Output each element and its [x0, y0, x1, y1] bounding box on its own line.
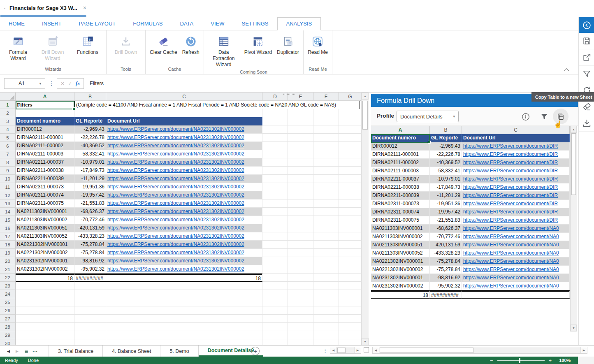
- document-number-cell[interactable]: DIRNA02111-000003: [16, 150, 74, 158]
- scrollbar-divider[interactable]: [364, 347, 369, 352]
- cell[interactable]: [288, 249, 313, 257]
- cell[interactable]: [262, 241, 288, 249]
- cell[interactable]: [339, 265, 361, 274]
- ribbon-button-drill-down-wizard[interactable]: Drill Down Wizard: [35, 35, 71, 63]
- cell[interactable]: [288, 208, 313, 216]
- row-header-15[interactable]: 15: [0, 216, 16, 224]
- grid-horizontal-scrollbar[interactable]: ◀ ▶: [330, 347, 361, 354]
- gl-amount-cell[interactable]: -17,849.73: [74, 167, 106, 175]
- document-url-link[interactable]: https://www.ERPServer.com/document/NA023…: [106, 183, 262, 191]
- cell[interactable]: [339, 150, 361, 158]
- gl-amount-cell[interactable]: -17,849.73: [430, 183, 462, 192]
- document-url-link[interactable]: https://www.ERPServer.com/document/NA023…: [106, 175, 262, 183]
- sheet-tab-5-demo[interactable]: 5. Demo: [160, 345, 198, 357]
- document-url-link[interactable]: https://www.ERPServer.com/document/DIR: [462, 167, 570, 175]
- cell[interactable]: [106, 339, 262, 345]
- ribbon-button-read-me[interactable]: Read Me: [305, 35, 330, 56]
- ribbon-tab-settings[interactable]: SETTINGS: [233, 18, 277, 30]
- cell[interactable]: [339, 208, 361, 216]
- gl-amount-cell[interactable]: -22,226.78: [74, 134, 106, 142]
- document-url-link[interactable]: https://www.ERPServer.com/document/NA023…: [106, 232, 262, 241]
- download-icon[interactable]: [579, 115, 594, 132]
- document-number-cell[interactable]: DIRNA02211-000037: [371, 175, 430, 183]
- ribbon-button-formula-wizard[interactable]: Formula Wizard: [2, 35, 35, 63]
- document-url-link[interactable]: https://www.ERPServer.com/document/NA023…: [106, 208, 262, 216]
- gl-amount-cell[interactable]: -68,626.37: [74, 208, 106, 216]
- gl-amount-cell[interactable]: -95,902.32: [430, 282, 462, 290]
- cell[interactable]: [288, 191, 313, 199]
- cell[interactable]: [262, 249, 288, 257]
- ribbon-button-functions[interactable]: fxFunctions: [71, 35, 104, 56]
- row-header-3[interactable]: 3: [0, 117, 16, 125]
- cell[interactable]: [262, 265, 288, 274]
- info-icon[interactable]: [521, 112, 530, 121]
- scroll-up-icon[interactable]: ▲: [362, 93, 369, 100]
- scroll-up-icon[interactable]: ▲: [571, 126, 577, 133]
- row-header-23[interactable]: 23: [0, 282, 16, 290]
- gl-amount-cell[interactable]: -420,131.59: [74, 224, 106, 232]
- cell[interactable]: [313, 158, 339, 167]
- cell[interactable]: [16, 282, 74, 290]
- row-header-9[interactable]: 9: [0, 167, 16, 175]
- cell[interactable]: [262, 282, 288, 290]
- table-header-document-num-ro[interactable]: Document numéro: [16, 117, 74, 125]
- name-box[interactable]: A1 ▼: [4, 78, 45, 89]
- document-url-link[interactable]: https://www.ERPServer.com/document/NA023…: [106, 142, 262, 150]
- cell[interactable]: [262, 117, 288, 125]
- cell[interactable]: [262, 199, 288, 208]
- row-header-29[interactable]: 29: [0, 331, 16, 339]
- cell[interactable]: [288, 117, 313, 125]
- zoom-out-icon[interactable]: −: [487, 357, 496, 364]
- ribbon-tab-analysis[interactable]: ANALYSIS: [277, 17, 321, 30]
- document-url-link[interactable]: https://www.ERPServer.com/document/NA023…: [106, 134, 262, 142]
- document-number-cell[interactable]: DIRNA02311-000074: [16, 191, 74, 199]
- document-url-link[interactable]: https://www.ERPServer.com/document/NA023…: [106, 249, 262, 257]
- total-count-cell[interactable]: 18: [16, 274, 74, 282]
- cell[interactable]: [262, 274, 288, 282]
- collapse-panel-button[interactable]: [579, 17, 594, 33]
- cell[interactable]: [313, 232, 339, 241]
- cell[interactable]: [339, 323, 361, 331]
- document-url-link[interactable]: https://www.ERPServer.com/document/NA0: [462, 249, 570, 257]
- ribbon-button-refresh[interactable]: Refresh: [180, 35, 202, 56]
- ribbon-tab-data[interactable]: DATA: [172, 18, 202, 30]
- document-url-link[interactable]: https://www.ERPServer.com/document/NA023…: [106, 241, 262, 249]
- document-url-link[interactable]: https://www.ERPServer.com/document/DIR: [462, 200, 570, 208]
- document-url-link[interactable]: https://www.ERPServer.com/document/DIR: [462, 175, 570, 183]
- insert-function-icon[interactable]: fx: [76, 80, 80, 87]
- cell[interactable]: [288, 158, 313, 167]
- gl-amount-cell[interactable]: -10,979.01: [74, 158, 106, 167]
- close-tab-icon[interactable]: ×: [83, 5, 86, 11]
- sheet-tab-3-trial-balance[interactable]: 3. Trial Balance: [49, 345, 103, 357]
- panel-horizontal-scrollbar[interactable]: ◀ ▶: [372, 347, 587, 354]
- cell[interactable]: [339, 315, 361, 323]
- row-header-11[interactable]: 11: [0, 183, 16, 191]
- cell[interactable]: [313, 257, 339, 265]
- cell[interactable]: [262, 232, 288, 241]
- row-header-22[interactable]: 22: [0, 274, 16, 282]
- cell[interactable]: [339, 191, 361, 199]
- cell[interactable]: [262, 183, 288, 191]
- cell[interactable]: [339, 331, 361, 339]
- document-number-cell[interactable]: NA0211303INV000052: [16, 232, 74, 241]
- cell[interactable]: [339, 125, 361, 134]
- total-count-cell[interactable]: 18: [371, 290, 430, 299]
- document-number-cell[interactable]: DIRNA02111-000001: [371, 151, 430, 159]
- cell[interactable]: [106, 282, 262, 290]
- document-url-link[interactable]: https://www.ERPServer.com/document/DIR: [462, 216, 570, 225]
- row-header-24[interactable]: 24: [0, 290, 16, 298]
- gl-amount-cell[interactable]: -70,772.46: [430, 233, 462, 241]
- document-url-link[interactable]: https://www.ERPServer.com/document/NA023…: [106, 216, 262, 224]
- cell[interactable]: [74, 339, 106, 345]
- row-header-18[interactable]: 18: [0, 241, 16, 249]
- ribbon-button-drill-down[interactable]: Drill Down: [108, 35, 144, 56]
- cell[interactable]: [16, 331, 74, 339]
- ribbon-tab-insert[interactable]: INSERT: [33, 18, 70, 30]
- scroll-right-icon[interactable]: ▶: [580, 347, 587, 353]
- document-url-link[interactable]: https://www.ERPServer.com/document/NA0: [462, 266, 570, 274]
- cell[interactable]: [288, 216, 313, 224]
- cell[interactable]: [339, 249, 361, 257]
- cell[interactable]: [16, 298, 74, 306]
- panel-column-header-a[interactable]: A: [371, 126, 430, 134]
- cell[interactable]: [106, 323, 262, 331]
